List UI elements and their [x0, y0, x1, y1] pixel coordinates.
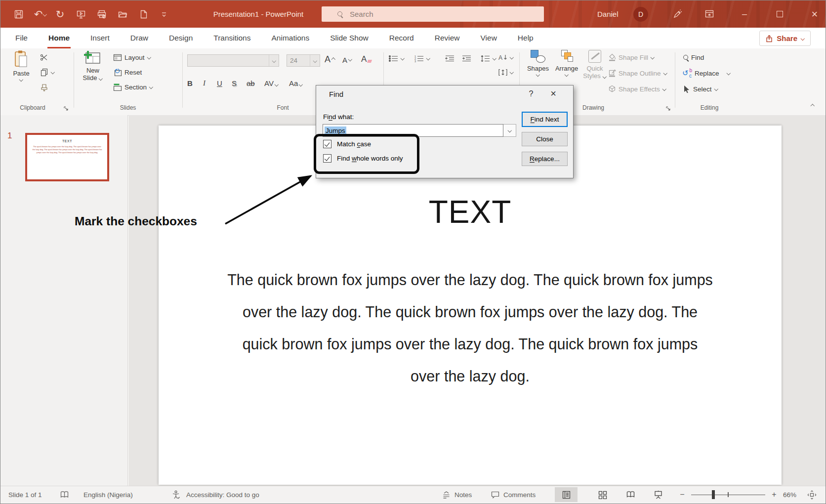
font-name-dropdown-icon[interactable]: [269, 55, 279, 66]
dialog-close-icon[interactable]: ×: [547, 88, 559, 99]
find-what-input[interactable]: Jumps: [323, 124, 503, 137]
find-next-button[interactable]: Find Next: [522, 112, 568, 127]
change-case-button[interactable]: Aa: [289, 79, 303, 87]
zoom-out-button[interactable]: −: [677, 486, 687, 503]
paste-button[interactable]: Paste: [8, 50, 34, 95]
align-text-dropdown-icon[interactable]: [510, 71, 514, 74]
normal-view-button[interactable]: [555, 487, 578, 502]
accessibility-status[interactable]: Accessibility: Good to go: [186, 486, 259, 503]
search-box[interactable]: Search: [322, 6, 544, 22]
decrease-font-size-button[interactable]: A: [342, 56, 352, 64]
match-case-checkbox-row[interactable]: Match case: [323, 140, 371, 148]
slide-editing-surface[interactable]: TEXT The quick brown fox jumps over the …: [159, 126, 782, 485]
fit-slide-to-window-icon[interactable]: [807, 486, 817, 503]
reading-view-button[interactable]: [619, 487, 642, 502]
slide-body-text[interactable]: The quick brown fox jumps over the lazy …: [159, 264, 782, 392]
collapse-ribbon-icon[interactable]: [811, 104, 815, 107]
tab-transitions[interactable]: Transitions: [212, 28, 251, 48]
decrease-indent-button[interactable]: [445, 52, 454, 64]
start-slideshow-icon[interactable]: [76, 9, 86, 19]
tab-draw[interactable]: Draw: [129, 28, 149, 48]
notes-button[interactable]: Notes: [442, 486, 472, 503]
line-spacing-dropdown-icon[interactable]: [493, 57, 496, 60]
slide-sorter-view-button[interactable]: [591, 487, 614, 502]
ribbon-display-options-icon[interactable]: [698, 0, 721, 28]
font-size-dropdown-icon[interactable]: [310, 55, 320, 66]
tab-design[interactable]: Design: [168, 28, 194, 48]
paste-dropdown-icon[interactable]: [19, 78, 23, 81]
avatar[interactable]: D: [633, 7, 648, 22]
numbering-button[interactable]: 123: [414, 52, 430, 64]
copy-button[interactable]: [40, 66, 55, 78]
maximize-button[interactable]: [768, 0, 791, 28]
replace-button[interactable]: ↺bc Replace: [682, 67, 731, 79]
replace-dropdown-icon[interactable]: [727, 72, 731, 75]
layout-button[interactable]: Layout: [113, 51, 151, 63]
strikethrough-button[interactable]: ab: [247, 79, 255, 87]
tab-review[interactable]: Review: [434, 28, 461, 48]
spell-check-icon[interactable]: [60, 486, 69, 503]
text-direction-button[interactable]: A: [498, 51, 514, 63]
line-spacing-button[interactable]: [481, 52, 496, 64]
tab-file[interactable]: File: [14, 28, 29, 48]
new-document-icon[interactable]: [138, 9, 148, 19]
dialog-help-icon[interactable]: ?: [526, 89, 536, 98]
clipboard-dialog-launcher-icon[interactable]: [63, 105, 70, 112]
new-slide-button[interactable]: New Slide: [79, 50, 107, 95]
close-dialog-button[interactable]: Close: [522, 132, 568, 146]
minimize-button[interactable]: –: [733, 0, 756, 28]
customize-toolbar-icon[interactable]: [159, 9, 169, 19]
slide-show-view-button[interactable]: [647, 487, 669, 502]
underline-button[interactable]: U: [217, 79, 222, 87]
tab-slide-show[interactable]: Slide Show: [329, 28, 370, 48]
character-spacing-button[interactable]: AV: [264, 79, 279, 87]
share-button[interactable]: Share: [759, 31, 811, 46]
zoom-slider-thumb[interactable]: [712, 490, 715, 499]
font-name-combobox[interactable]: [187, 54, 279, 67]
italic-button[interactable]: I: [203, 79, 206, 87]
numbering-dropdown-icon[interactable]: [426, 57, 430, 60]
cut-button[interactable]: [40, 51, 48, 63]
increase-font-size-button[interactable]: A: [325, 54, 335, 65]
replace-dialog-button[interactable]: Replace...: [522, 152, 568, 166]
shape-fill-button[interactable]: Shape Fill: [608, 51, 655, 63]
tab-record[interactable]: Record: [388, 28, 415, 48]
undo-dropdown-icon[interactable]: [43, 13, 44, 16]
tab-insert[interactable]: Insert: [89, 28, 111, 48]
whole-words-checkbox[interactable]: [323, 154, 331, 163]
clear-formatting-button[interactable]: A: [361, 54, 372, 64]
shape-outline-button[interactable]: Shape Outline: [608, 67, 667, 79]
find-what-dropdown-button[interactable]: [503, 124, 516, 137]
bullets-dropdown-icon[interactable]: [401, 57, 405, 60]
quick-styles-button[interactable]: Quick Styles: [582, 50, 607, 95]
feedback-pen-icon[interactable]: [666, 0, 689, 28]
match-case-checkbox[interactable]: [323, 140, 331, 148]
text-shadow-button[interactable]: S: [232, 79, 237, 87]
copy-dropdown-icon[interactable]: [51, 71, 55, 74]
align-text-button[interactable]: [498, 66, 514, 78]
text-direction-dropdown-icon[interactable]: [510, 56, 514, 59]
user-name[interactable]: Daniel: [597, 0, 619, 28]
reset-button[interactable]: Reset: [113, 66, 142, 78]
bullets-button[interactable]: [389, 52, 405, 64]
format-painter-button[interactable]: [40, 81, 48, 93]
select-button[interactable]: Select: [683, 83, 718, 95]
open-file-icon[interactable]: [117, 9, 127, 19]
close-button[interactable]: ×: [803, 0, 826, 28]
accessibility-icon[interactable]: [171, 486, 181, 503]
slide-indicator[interactable]: Slide 1 of 1: [8, 486, 42, 503]
tab-animations[interactable]: Animations: [270, 28, 310, 48]
font-size-combobox[interactable]: 24: [287, 54, 320, 67]
section-button[interactable]: Section: [113, 81, 153, 93]
tab-help[interactable]: Help: [517, 28, 535, 48]
tab-home[interactable]: Home: [47, 28, 71, 48]
slide-thumbnail[interactable]: TEXT The quick brown fox jumps over the …: [25, 133, 109, 181]
slide-title-text[interactable]: TEXT: [159, 194, 782, 230]
zoom-level[interactable]: 66%: [783, 486, 796, 503]
language-indicator[interactable]: English (Nigeria): [83, 486, 133, 503]
shape-effects-button[interactable]: Shape Effects: [608, 83, 666, 95]
drawing-dialog-launcher-icon[interactable]: [665, 105, 672, 112]
zoom-in-button[interactable]: +: [769, 486, 779, 503]
whole-words-checkbox-row[interactable]: Find whole words only: [323, 154, 403, 163]
quick-print-icon[interactable]: [96, 9, 107, 19]
